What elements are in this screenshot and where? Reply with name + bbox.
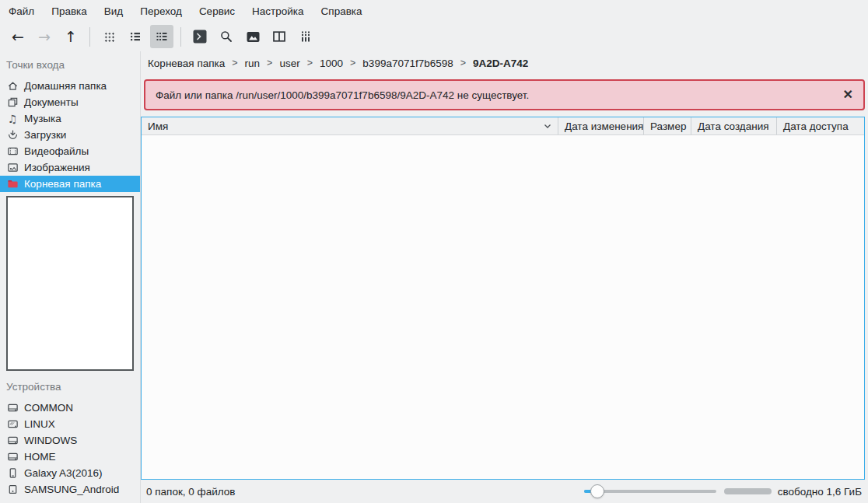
file-list-empty-area[interactable] — [142, 135, 864, 479]
drive-icon — [6, 435, 19, 447]
sidebar-item-label: Домашняя папка — [24, 80, 107, 92]
column-header-size[interactable]: Размер — [644, 117, 691, 134]
items-count-text: 0 папок, 0 файлов — [146, 486, 235, 498]
video-icon — [6, 145, 19, 158]
sidebar-item-documents[interactable]: Документы — [0, 94, 140, 110]
sidebar-item-label: Загрузки — [24, 129, 66, 141]
menu-edit[interactable]: Правка — [43, 2, 96, 21]
close-icon[interactable]: ✕ — [843, 89, 853, 101]
toolbar-separator — [89, 27, 90, 47]
folder-view: Имя Дата изменения Размер Дата создания — [141, 117, 865, 480]
folder-preview-box — [6, 196, 134, 371]
devices-section-label: Устройства — [0, 381, 140, 400]
icons-view-icon — [103, 31, 115, 43]
sidebar-item-label: LINUX — [24, 418, 55, 430]
breadcrumb: Корневая папка > run > user > 1000 > b39… — [141, 51, 868, 75]
folder-red-icon — [6, 178, 19, 190]
breadcrumb-root[interactable]: Корневая папка — [148, 58, 225, 69]
column-label: Имя — [148, 121, 168, 132]
breadcrumb-separator: > — [460, 58, 466, 68]
error-message-text: Файл или папка /run/user/1000/b399a7071f… — [156, 89, 529, 101]
menu-help[interactable]: Справка — [313, 2, 371, 21]
search-icon — [219, 30, 233, 44]
sidebar-device-common[interactable]: COMMON — [0, 400, 140, 416]
column-label: Дата изменения — [565, 121, 643, 132]
sidebar-item-videos[interactable]: Видеофайлы — [0, 143, 140, 159]
up-button[interactable]: ↑ — [59, 25, 82, 48]
sidebar-item-music[interactable]: ♫ Музыка — [0, 110, 140, 127]
breadcrumb-run[interactable]: run — [245, 58, 261, 69]
breadcrumb-current[interactable]: 9A2D-A742 — [473, 58, 528, 69]
sidebar-item-label: Видеофайлы — [24, 145, 89, 157]
free-space-text: свободно 1,6 ГиБ — [778, 486, 862, 498]
breadcrumb-user[interactable]: user — [279, 58, 299, 69]
details-panel-button[interactable] — [294, 25, 317, 48]
up-icon: ↑ — [65, 30, 77, 44]
sidebar-item-label: Изображения — [24, 162, 90, 173]
sidebar-item-label: HOME — [24, 451, 56, 463]
zoom-slider-handle[interactable] — [590, 484, 604, 498]
menu-go[interactable]: Переход — [131, 2, 191, 21]
places-section-label: Точки входа — [0, 59, 140, 78]
details-view-button[interactable] — [150, 25, 173, 48]
sidebar-item-home[interactable]: Домашняя папка — [0, 78, 140, 94]
phone-icon — [6, 467, 19, 480]
details-panel-icon — [299, 30, 312, 43]
menu-file[interactable]: Файл — [0, 2, 43, 21]
images-icon — [6, 162, 19, 174]
column-header-row: Имя Дата изменения Размер Дата создания — [142, 117, 864, 135]
breadcrumb-hash[interactable]: b399a7071f7b6598 — [362, 58, 453, 69]
compact-view-icon — [129, 30, 142, 43]
drive-icon — [6, 402, 19, 414]
back-icon: ← — [12, 30, 24, 44]
breadcrumb-separator: > — [232, 58, 237, 68]
drive-linux-icon — [6, 418, 19, 431]
show-preview-button[interactable] — [241, 25, 264, 48]
forward-icon: → — [38, 30, 51, 44]
split-view-icon — [272, 30, 286, 44]
sidebar-item-label: COMMON — [24, 402, 73, 414]
sidebar-device-home[interactable]: HOME — [0, 449, 140, 465]
column-header-modified[interactable]: Дата изменения — [558, 117, 644, 134]
documents-icon — [6, 96, 19, 109]
terminal-icon — [192, 29, 208, 44]
sidebar-device-linux[interactable]: LINUX — [0, 416, 140, 432]
sidebar-item-label: WINDOWS — [24, 435, 77, 446]
sidebar-item-pictures[interactable]: Изображения — [0, 159, 140, 176]
search-button[interactable] — [215, 25, 238, 48]
breadcrumb-1000[interactable]: 1000 — [320, 58, 343, 69]
breadcrumb-separator: > — [350, 58, 355, 68]
downloads-icon — [6, 129, 19, 141]
music-icon: ♫ — [6, 113, 19, 125]
sidebar-item-downloads[interactable]: Загрузки — [0, 127, 140, 143]
breadcrumb-separator: > — [267, 58, 272, 68]
media-player-icon — [6, 484, 19, 496]
open-terminal-button[interactable] — [188, 25, 212, 48]
toolbar-separator — [180, 27, 181, 47]
sidebar-item-root[interactable]: Корневая папка — [0, 176, 140, 192]
sidebar-device-samsung[interactable]: SAMSUNG_Android — [0, 481, 140, 498]
column-header-created[interactable]: Дата создания — [691, 117, 777, 134]
sidebar-device-galaxy[interactable]: Galaxy A3(2016) — [0, 465, 140, 481]
icons-view-button[interactable] — [97, 25, 121, 48]
column-label: Размер — [650, 121, 686, 132]
back-button[interactable]: ← — [6, 25, 30, 48]
compact-view-button[interactable] — [124, 25, 147, 48]
column-header-name[interactable]: Имя — [142, 117, 558, 134]
drive-icon — [6, 451, 19, 463]
menu-tools[interactable]: Сервис — [191, 2, 243, 21]
menu-settings[interactable]: Настройка — [243, 2, 312, 21]
file-manager-window: Файл Правка Вид Переход Сервис Настройка… — [0, 0, 868, 503]
home-icon — [6, 80, 19, 93]
forward-button[interactable]: → — [33, 25, 56, 48]
split-view-button[interactable] — [268, 25, 291, 48]
sidebar-device-windows[interactable]: WINDOWS — [0, 432, 140, 449]
column-header-accessed[interactable]: Дата доступа — [777, 117, 864, 134]
menu-view[interactable]: Вид — [96, 2, 131, 21]
sidebar-item-label: Документы — [24, 96, 79, 108]
statusbar: 0 папок, 0 файлов свободно 1,6 ГиБ — [141, 480, 868, 503]
error-message-banner: Файл или папка /run/user/1000/b399a7071f… — [144, 79, 865, 110]
toolbar: ← → ↑ — [0, 22, 868, 51]
sidebar-item-label: Корневая папка — [24, 178, 101, 190]
zoom-slider[interactable] — [584, 484, 716, 499]
